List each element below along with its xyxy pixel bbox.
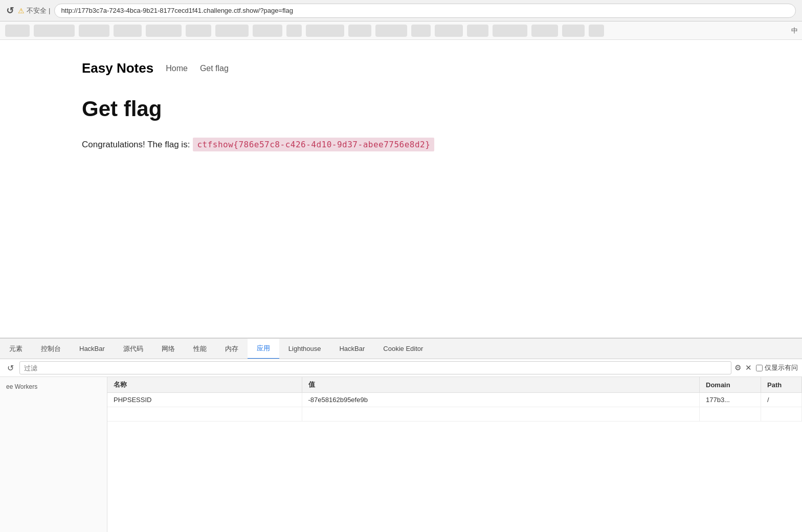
filter-settings-icon[interactable]: ⚙: [734, 363, 741, 372]
devtools-tab-sources[interactable]: 源代码: [114, 339, 152, 359]
bookmark-item[interactable]: [5, 25, 30, 37]
navbar-link-getflag[interactable]: Get flag: [200, 64, 229, 73]
devtools-tab-console[interactable]: 控制台: [32, 339, 70, 359]
table-row-empty: [107, 407, 802, 422]
cookie-name: PHPSESSID: [107, 393, 302, 407]
flag-prefix: Congratulations! The flag is:: [82, 140, 190, 150]
bookmark-item[interactable]: [306, 25, 344, 37]
devtools-tab-hackbar1[interactable]: HackBar: [70, 339, 114, 359]
bookmark-item[interactable]: [286, 25, 302, 37]
navbar-brand[interactable]: Easy Notes: [82, 60, 153, 76]
cookies-table: 名称 值 Domain Path PHPSESSID -87e58162b95e…: [107, 377, 802, 422]
devtools-tab-lighthouse[interactable]: Lighthouse: [279, 339, 330, 359]
bookmark-item[interactable]: [589, 25, 604, 37]
devtools-tab-network[interactable]: 网络: [152, 339, 184, 359]
separator: |: [49, 7, 50, 14]
devtools-tabs: 元素 控制台 HackBar 源代码 网络 性能 内存 应用 Lighthous…: [0, 339, 802, 359]
filter-input[interactable]: [19, 361, 731, 374]
col-header-domain: Domain: [700, 377, 761, 393]
devtools-sidebar: ee Workers: [0, 377, 107, 532]
table-row[interactable]: PHPSESSID -87e58162b95efe9b 177b3... /: [107, 393, 802, 407]
table-header-row: 名称 值 Domain Path: [107, 377, 802, 393]
bookmark-item[interactable]: [215, 25, 249, 37]
warning-icon: ⚠: [18, 7, 25, 15]
devtools-tab-elements[interactable]: 元素: [0, 339, 32, 359]
filter-actions: ⚙ ✕ 仅显示有问: [734, 363, 798, 372]
bookmark-item[interactable]: [562, 25, 585, 37]
bookmarks-overflow: 中: [791, 26, 798, 35]
bookmarks-bar: 中: [0, 21, 802, 40]
devtools-body: ↺ ⚙ ✕ 仅显示有问 ee Workers: [0, 359, 802, 532]
bookmark-item[interactable]: [411, 25, 431, 37]
bookmark-item[interactable]: [531, 25, 558, 37]
devtools-tab-application[interactable]: 应用: [248, 339, 279, 359]
bookmark-item[interactable]: [375, 25, 407, 37]
bookmark-item[interactable]: [348, 25, 371, 37]
warning-text: 不安全: [27, 6, 47, 15]
col-header-path: Path: [761, 377, 802, 393]
bookmark-item[interactable]: [79, 25, 109, 37]
bookmark-item[interactable]: [34, 25, 75, 37]
page-title: Get flag: [82, 97, 720, 121]
filter-bar: ↺ ⚙ ✕ 仅显示有问: [0, 359, 802, 377]
devtools-panel: 元素 控制台 HackBar 源代码 网络 性能 内存 应用 Lighthous…: [0, 338, 802, 532]
devtools-tab-cookie-editor[interactable]: Cookie Editor: [374, 339, 432, 359]
col-header-name: 名称: [107, 377, 302, 393]
address-bar[interactable]: http://177b3c7a-7243-4bca-9b21-8177cecd1…: [54, 4, 796, 18]
bookmark-item[interactable]: [253, 25, 282, 37]
page-content: Easy Notes Home Get flag Get flag Congra…: [0, 40, 802, 337]
bookmark-item[interactable]: [493, 25, 527, 37]
bookmark-item[interactable]: [114, 25, 142, 37]
reload-button[interactable]: ↺: [6, 5, 14, 16]
cookie-value: -87e58162b95efe9b: [302, 393, 700, 407]
devtools-tab-memory[interactable]: 内存: [216, 339, 248, 359]
bookmark-item[interactable]: [435, 25, 463, 37]
col-header-value: 值: [302, 377, 700, 393]
devtools-layout: ee Workers 名称 值 Domain Path: [0, 377, 802, 532]
cookie-domain: 177b3...: [700, 393, 761, 407]
flag-line: Congratulations! The flag is: ctfshow{78…: [82, 138, 720, 151]
navbar: Easy Notes Home Get flag: [82, 60, 720, 76]
devtools-cookies-main: 名称 值 Domain Path PHPSESSID -87e58162b95e…: [107, 377, 802, 532]
cookie-path: /: [761, 393, 802, 407]
filter-reload-button[interactable]: ↺: [4, 363, 16, 373]
bookmark-item[interactable]: [467, 25, 488, 37]
url-text: http://177b3c7a-7243-4bca-9b21-8177cecd1…: [61, 7, 293, 14]
devtools-tab-hackbar2[interactable]: HackBar: [330, 339, 374, 359]
bookmark-item[interactable]: [186, 25, 211, 37]
filter-issues-checkbox[interactable]: [756, 365, 763, 371]
bookmark-item[interactable]: [146, 25, 182, 37]
filter-issues-label: 仅显示有问: [765, 363, 798, 372]
filter-clear-icon[interactable]: ✕: [745, 363, 752, 372]
navbar-link-home[interactable]: Home: [166, 64, 188, 73]
flag-value: ctfshow{786e57c8-c426-4d10-9d37-abee7756…: [193, 138, 434, 151]
browser-bar: ↺ ⚠ 不安全 | http://177b3c7a-7243-4bca-9b21…: [0, 0, 802, 21]
devtools-tab-performance[interactable]: 性能: [184, 339, 216, 359]
security-warning: ⚠ 不安全 |: [18, 6, 50, 15]
sidebar-section-workers[interactable]: ee Workers: [0, 381, 107, 392]
filter-issues-checkbox-label: 仅显示有问: [756, 363, 798, 372]
